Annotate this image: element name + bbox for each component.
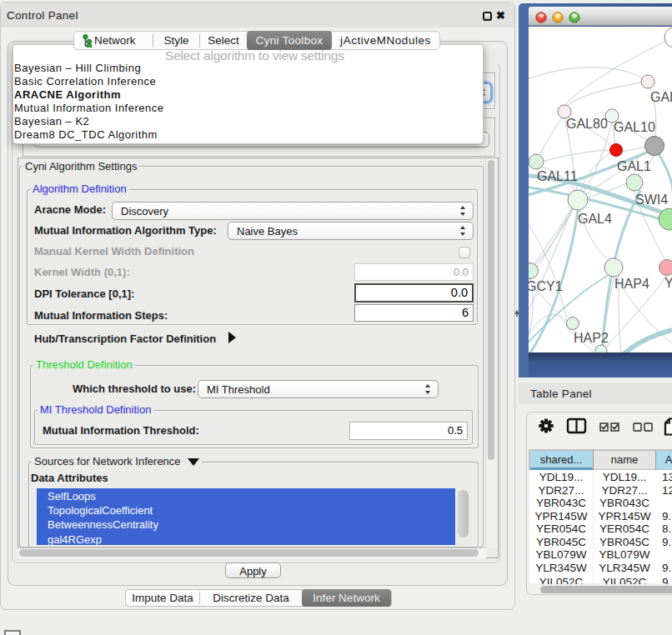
svg-text:GAL80: GAL80 [566, 117, 608, 131]
svg-text:YER054C: YER054C [599, 522, 649, 535]
svg-text:YBL079W: YBL079W [536, 548, 587, 561]
svg-text:YBR045C: YBR045C [536, 536, 586, 548]
svg-text:SWI4: SWI4 [635, 192, 668, 207]
svg-text:GAL10: GAL10 [614, 120, 655, 134]
svg-text:YER054C: YER054C [536, 522, 586, 535]
svg-text:8.: 8. [662, 522, 671, 535]
svg-text:Y: Y [664, 276, 672, 290]
svg-text:YDR27...: YDR27... [602, 484, 648, 497]
svg-text:9.: 9. [662, 562, 671, 574]
svg-text:YBL079W: YBL079W [599, 548, 650, 561]
svg-text:9.: 9. [662, 536, 671, 548]
svg-text:GAL1: GAL1 [617, 159, 651, 173]
svg-text:YDL19...: YDL19... [539, 471, 584, 483]
svg-text:9.: 9. [662, 510, 671, 522]
svg-text:YDL19...: YDL19... [603, 471, 647, 483]
svg-text:YLR345W: YLR345W [599, 562, 650, 574]
svg-text:shared...: shared... [540, 453, 583, 466]
svg-text:YBR043C: YBR043C [536, 497, 586, 509]
svg-text:A: A [665, 453, 672, 466]
svg-text:HAP2: HAP2 [574, 331, 609, 345]
svg-text:GCY1: GCY1 [529, 279, 563, 293]
svg-text:YDR27...: YDR27... [539, 484, 584, 497]
svg-text:13: 13 [662, 471, 672, 483]
svg-text:12: 12 [662, 484, 672, 497]
svg-text:GAL4: GAL4 [578, 212, 612, 226]
svg-text:name: name [611, 453, 639, 466]
svg-text:YBR043C: YBR043C [599, 497, 649, 509]
svg-text:GAL: GAL [650, 90, 672, 104]
svg-text:YBR045C: YBR045C [599, 536, 649, 548]
svg-text:YPR145W: YPR145W [598, 510, 650, 522]
svg-text:YPR145W: YPR145W [534, 510, 587, 522]
svg-text:HAP4: HAP4 [614, 277, 649, 291]
svg-text:YLR345W: YLR345W [535, 562, 587, 574]
svg-text:GAL11: GAL11 [537, 169, 578, 183]
